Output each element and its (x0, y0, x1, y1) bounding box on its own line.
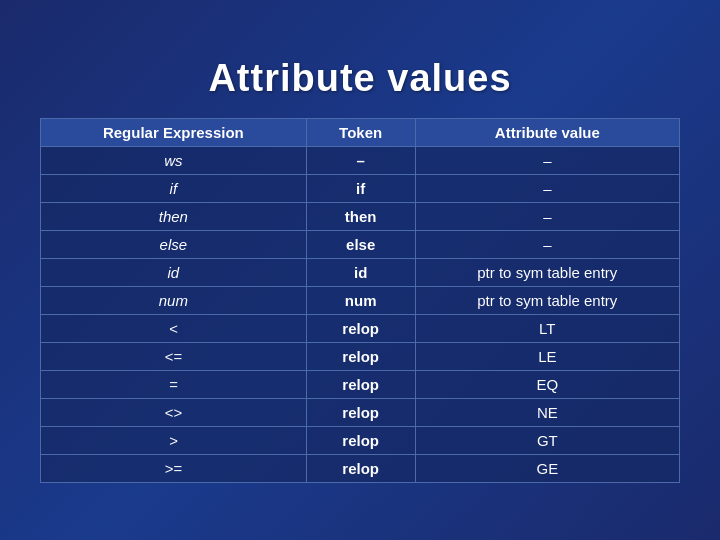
cell-regex: ws (41, 147, 307, 175)
table-row: thenthen– (41, 203, 680, 231)
cell-regex: <= (41, 343, 307, 371)
cell-attr: – (415, 175, 679, 203)
cell-token: relop (306, 399, 415, 427)
cell-regex: num (41, 287, 307, 315)
cell-token: id (306, 259, 415, 287)
cell-attr: NE (415, 399, 679, 427)
cell-token: relop (306, 455, 415, 483)
cell-attr: GT (415, 427, 679, 455)
cell-attr: LE (415, 343, 679, 371)
cell-attr: – (415, 147, 679, 175)
cell-token: if (306, 175, 415, 203)
cell-regex: > (41, 427, 307, 455)
cell-token: then (306, 203, 415, 231)
table-row: ws–– (41, 147, 680, 175)
table-row: elseelse– (41, 231, 680, 259)
cell-attr: LT (415, 315, 679, 343)
cell-token: relop (306, 427, 415, 455)
cell-attr: – (415, 203, 679, 231)
attribute-values-table: Regular Expression Token Attribute value… (40, 118, 680, 483)
table-row: <relopLT (41, 315, 680, 343)
table-row: =relopEQ (41, 371, 680, 399)
cell-regex: = (41, 371, 307, 399)
cell-regex: if (41, 175, 307, 203)
cell-regex: < (41, 315, 307, 343)
cell-token: else (306, 231, 415, 259)
cell-regex: <> (41, 399, 307, 427)
table-header-row: Regular Expression Token Attribute value (41, 119, 680, 147)
cell-attr: GE (415, 455, 679, 483)
cell-attr: ptr to sym table entry (415, 287, 679, 315)
col-header-attr: Attribute value (415, 119, 679, 147)
col-header-token: Token (306, 119, 415, 147)
table-row: <>relopNE (41, 399, 680, 427)
col-header-regex: Regular Expression (41, 119, 307, 147)
cell-regex: else (41, 231, 307, 259)
table-row: ifif– (41, 175, 680, 203)
cell-token: – (306, 147, 415, 175)
table-row: >relopGT (41, 427, 680, 455)
table-row: numnumptr to sym table entry (41, 287, 680, 315)
cell-attr: ptr to sym table entry (415, 259, 679, 287)
cell-attr: – (415, 231, 679, 259)
cell-regex: id (41, 259, 307, 287)
cell-attr: EQ (415, 371, 679, 399)
table-row: >=relopGE (41, 455, 680, 483)
cell-token: relop (306, 315, 415, 343)
cell-regex: then (41, 203, 307, 231)
cell-token: relop (306, 343, 415, 371)
cell-regex: >= (41, 455, 307, 483)
page-title: Attribute values (208, 57, 511, 100)
table-row: <=relopLE (41, 343, 680, 371)
table-row: ididptr to sym table entry (41, 259, 680, 287)
cell-token: num (306, 287, 415, 315)
cell-token: relop (306, 371, 415, 399)
